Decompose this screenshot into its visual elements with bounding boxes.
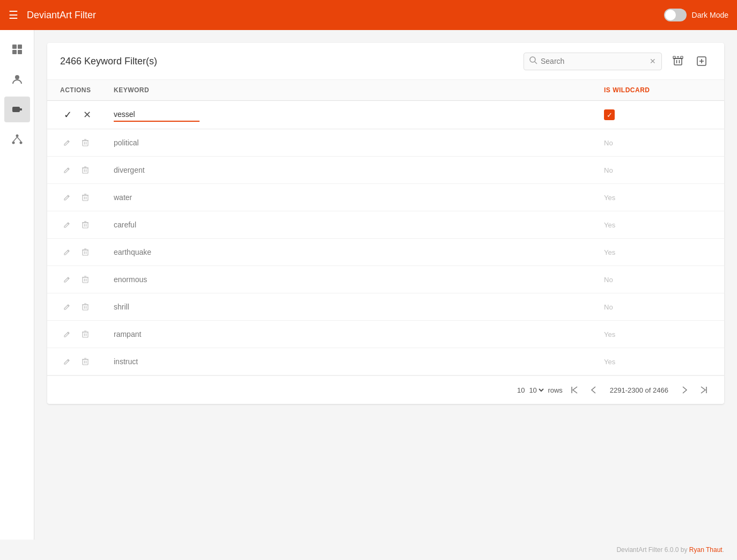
svg-rect-19	[673, 56, 675, 58]
table-row: instruct Yes	[47, 348, 724, 375]
sidebar-item-hierarchy[interactable]	[4, 127, 30, 152]
confirm-edit-button[interactable]: ✓	[60, 107, 75, 122]
sidebar-item-tags[interactable]	[4, 97, 30, 122]
search-clear-icon[interactable]: ✕	[650, 57, 656, 65]
svg-point-12	[530, 57, 535, 62]
row-wildcard: No	[604, 166, 711, 174]
row-keyword: divergent	[114, 166, 604, 174]
row-wildcard: Yes	[604, 358, 711, 366]
footer-text: DeviantArt Filter 6.0.0 by	[616, 546, 689, 554]
edit-icon[interactable]	[60, 245, 74, 259]
row-keyword: earthquake	[114, 248, 604, 256]
delete-icon[interactable]	[78, 272, 92, 286]
edit-icon[interactable]	[60, 355, 74, 369]
search-input[interactable]	[541, 57, 650, 65]
svg-rect-2	[12, 50, 17, 54]
search-icon	[529, 56, 537, 67]
rows-per-page-select[interactable]: 5 10 25 50	[527, 386, 546, 395]
edit-row-actions: ✓ ✕	[60, 107, 114, 122]
delete-icon[interactable]	[78, 300, 92, 314]
sidebar-item-users[interactable]	[4, 67, 30, 92]
search-box: ✕	[524, 53, 662, 70]
delete-icon[interactable]	[78, 327, 92, 341]
main-layout: 2466 Keyword Filter(s) ✕	[0, 30, 737, 540]
edit-icon[interactable]	[60, 163, 74, 177]
footer-author-link[interactable]: Ryan Thaut	[689, 546, 723, 554]
row-actions	[60, 136, 114, 150]
delete-all-button[interactable]	[668, 51, 688, 71]
table-row: water Yes	[47, 184, 724, 211]
rows-per-page-value: 10	[517, 386, 525, 394]
row-actions	[60, 163, 114, 177]
keyword-input[interactable]	[114, 108, 200, 122]
svg-line-11	[17, 137, 21, 142]
edit-icon[interactable]	[60, 136, 74, 150]
dark-mode-wrapper: Dark Mode	[664, 9, 728, 21]
edit-icon[interactable]	[60, 218, 74, 232]
delete-icon[interactable]	[78, 163, 92, 177]
table-rows: political No	[47, 129, 724, 375]
first-page-button[interactable]	[567, 382, 582, 397]
table-row: political No	[47, 129, 724, 157]
edit-icon[interactable]	[60, 272, 74, 286]
app-title: DeviantArt Filter	[27, 10, 664, 21]
delete-icon[interactable]	[78, 218, 92, 232]
table-row: divergent No	[47, 157, 724, 184]
svg-rect-73	[83, 359, 88, 365]
menu-icon[interactable]: ☰	[9, 9, 18, 21]
edit-icon[interactable]	[60, 300, 74, 314]
svg-point-4	[15, 75, 19, 79]
row-wildcard: Yes	[604, 330, 711, 338]
row-wildcard: Yes	[604, 248, 711, 256]
svg-point-7	[16, 135, 18, 137]
svg-rect-25	[83, 141, 88, 146]
row-actions	[60, 190, 114, 204]
svg-rect-31	[83, 168, 88, 173]
svg-rect-6	[19, 108, 22, 110]
row-wildcard: No	[604, 303, 711, 311]
cancel-edit-button[interactable]: ✕	[79, 107, 94, 122]
edit-wildcard-field: ✓	[604, 109, 711, 120]
footer-suffix: .	[723, 546, 724, 554]
dark-mode-toggle[interactable]	[664, 9, 687, 21]
svg-rect-14	[674, 58, 682, 65]
svg-rect-49	[83, 250, 88, 255]
rows-label: rows	[548, 386, 562, 394]
row-keyword: political	[114, 138, 604, 147]
svg-rect-5	[12, 107, 20, 112]
row-actions	[60, 327, 114, 341]
sidebar-item-dashboard[interactable]	[4, 36, 30, 62]
card-title: 2466 Keyword Filter(s)	[60, 56, 524, 67]
delete-icon[interactable]	[78, 136, 92, 150]
prev-page-button[interactable]	[586, 382, 601, 397]
delete-icon[interactable]	[78, 190, 92, 204]
svg-rect-61	[83, 305, 88, 310]
table-header: Actions Keyword Is Wildcard	[47, 80, 724, 101]
svg-rect-55	[83, 277, 88, 283]
add-button[interactable]	[692, 51, 711, 71]
next-page-button[interactable]	[677, 382, 692, 397]
last-page-button[interactable]	[696, 382, 711, 397]
delete-icon[interactable]	[78, 245, 92, 259]
row-keyword: rampant	[114, 330, 604, 338]
row-actions	[60, 272, 114, 286]
content-area: 2466 Keyword Filter(s) ✕	[34, 30, 737, 540]
svg-line-10	[13, 137, 17, 142]
wildcard-checkbox[interactable]: ✓	[604, 109, 615, 120]
col-header-wildcard: Is Wildcard	[604, 86, 711, 94]
rows-per-page: 10 5 10 25 50 rows	[517, 386, 563, 395]
row-actions	[60, 245, 114, 259]
edit-keyword-field	[114, 108, 604, 122]
svg-rect-43	[83, 223, 88, 228]
row-keyword: shrill	[114, 303, 604, 311]
svg-point-8	[12, 142, 14, 144]
delete-icon[interactable]	[78, 355, 92, 369]
edit-icon[interactable]	[60, 327, 74, 341]
main-card: 2466 Keyword Filter(s) ✕	[47, 43, 724, 404]
edit-icon[interactable]	[60, 190, 74, 204]
svg-rect-20	[681, 56, 683, 58]
table-row: shrill No	[47, 293, 724, 321]
card-header: 2466 Keyword Filter(s) ✕	[47, 43, 724, 80]
row-keyword: careful	[114, 220, 604, 229]
svg-line-13	[535, 62, 537, 64]
